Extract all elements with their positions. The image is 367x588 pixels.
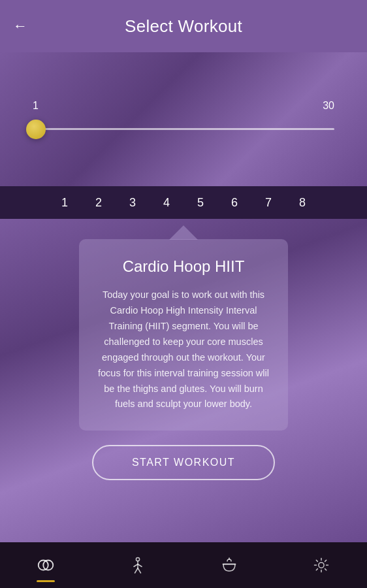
header: ← Select Workout — [0, 0, 367, 52]
nav-item-circles[interactable] — [20, 546, 72, 585]
circles-icon — [36, 555, 56, 575]
page-title: Select Workout — [125, 16, 242, 37]
tab-6[interactable]: 6 — [217, 186, 251, 219]
main-content: Cardio Hoop HIIT Today your goal is to w… — [0, 219, 367, 542]
back-arrow-icon: ← — [13, 18, 27, 35]
back-button[interactable]: ← — [13, 18, 27, 35]
svg-point-9 — [319, 563, 324, 568]
nav-item-figure[interactable] — [112, 546, 164, 585]
tab-5[interactable]: 5 — [184, 186, 217, 219]
slider-min-label: 1 — [33, 100, 39, 112]
slider-track — [33, 128, 334, 130]
card-pointer — [169, 225, 198, 240]
svg-line-7 — [138, 568, 141, 574]
bottom-navigation — [0, 542, 367, 588]
card-wrapper: Cardio Hoop HIIT Today your goal is to w… — [0, 225, 367, 480]
svg-line-5 — [138, 564, 142, 567]
svg-line-6 — [135, 568, 138, 574]
workout-tabs: 1 2 3 4 5 6 7 8 — [0, 186, 367, 219]
slider-section: 1 30 — [0, 52, 367, 186]
workout-description: Today your goal is to work out with this… — [97, 287, 270, 412]
workout-card: Cardio Hoop HIIT Today your goal is to w… — [79, 239, 288, 431]
svg-point-2 — [136, 557, 139, 561]
svg-line-4 — [134, 564, 138, 567]
nav-item-settings[interactable] — [295, 546, 347, 585]
slider-container[interactable] — [33, 120, 334, 139]
bowl-icon — [219, 555, 239, 575]
figure-icon — [128, 555, 148, 575]
start-workout-button[interactable]: START WORKOUT — [92, 445, 275, 480]
tab-2[interactable]: 2 — [82, 186, 116, 219]
slider-max-label: 30 — [323, 100, 334, 112]
settings-icon — [311, 555, 331, 575]
workout-title: Cardio Hoop HIIT — [97, 257, 270, 276]
tab-3[interactable]: 3 — [116, 186, 150, 219]
nav-item-bowl[interactable] — [203, 546, 255, 585]
tab-8[interactable]: 8 — [285, 186, 319, 219]
tab-4[interactable]: 4 — [150, 186, 184, 219]
tab-7[interactable]: 7 — [251, 186, 285, 219]
slider-thumb[interactable] — [26, 120, 46, 139]
range-labels: 1 30 — [33, 100, 334, 112]
tab-1[interactable]: 1 — [48, 186, 82, 219]
